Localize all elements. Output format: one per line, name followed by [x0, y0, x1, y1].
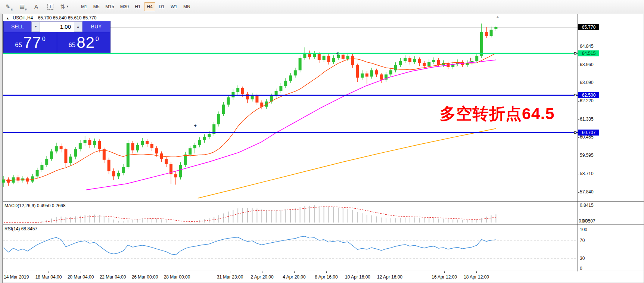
toolbar-separator	[75, 2, 75, 11]
price-axis-border	[578, 14, 578, 271]
timeframe-h1[interactable]: H1	[132, 2, 143, 11]
time-tick	[49, 271, 49, 273]
collapse-icon[interactable]: ▲	[6, 16, 9, 20]
time-tick	[262, 271, 262, 273]
buy-button[interactable]: BUY	[83, 21, 110, 32]
rsi-indicator-label: RSI(14) 68.8457	[4, 226, 37, 231]
volume-spinner: ▼ 1.00 ▲	[31, 21, 83, 32]
ask-price[interactable]: 65 82 0	[57, 32, 110, 53]
time-tick-label: 12 Apr 16:00	[377, 274, 402, 280]
line-handle[interactable]	[574, 131, 576, 134]
timeframe-m1[interactable]: M1	[78, 2, 90, 11]
price-tick	[578, 119, 579, 120]
time-tick-label: 8 Apr 16:00	[315, 274, 337, 280]
indicator-axis-label: 0.8415	[580, 203, 594, 208]
time-tick-label: 18 Mar 04:00	[35, 274, 62, 280]
bid-point: 0	[42, 36, 46, 43]
timeframe-d1[interactable]: D1	[156, 2, 167, 11]
time-tick	[81, 271, 81, 273]
ask-whole: 65	[68, 41, 75, 49]
timeframe-mn[interactable]: MN	[181, 2, 193, 11]
time-tick	[294, 271, 295, 273]
timeframe-m30[interactable]: M30	[118, 2, 131, 11]
time-tick	[444, 271, 445, 273]
symbol-timeframe: USOil-,H4	[13, 15, 33, 21]
timeframe-m5[interactable]: M5	[91, 2, 102, 11]
time-tick	[476, 271, 477, 273]
time-tick	[177, 271, 177, 273]
price-tick-label: 62.220	[580, 98, 594, 103]
time-tick	[113, 271, 113, 273]
price-tick	[578, 137, 579, 138]
indicator-axis-label: 70	[580, 238, 585, 243]
arrows-icon[interactable]: ⇅▼	[58, 1, 71, 12]
ask-pips: 82	[77, 34, 95, 52]
sell-button[interactable]: SELL	[4, 21, 31, 32]
price-tick	[578, 192, 579, 193]
time-tick-label: 20 Mar 04:00	[68, 274, 94, 280]
time-tick-label: 2 Apr 20:00	[251, 274, 273, 280]
fibo-grid-icon[interactable]: ▤F	[16, 1, 28, 12]
arrow-object-marker[interactable]: ↑	[456, 62, 458, 68]
price-tick	[578, 47, 579, 47]
price-tick-label: 61.335	[580, 116, 594, 122]
price-tick-label: 63.960	[580, 62, 594, 67]
macd-panel-divider[interactable]	[3, 201, 644, 202]
price-level-badge: 65.770	[578, 24, 599, 30]
rsi-panel-divider[interactable]	[3, 224, 644, 225]
volume-input[interactable]: 1.00	[40, 22, 74, 32]
time-tick	[358, 271, 358, 273]
arrow-object-marker[interactable]: +	[194, 123, 197, 128]
price-tick-label: 64.845	[580, 44, 594, 49]
time-tick	[145, 271, 145, 273]
time-tick	[390, 271, 390, 273]
time-tick-label: 31 Mar 23:00	[217, 274, 243, 280]
indicator-axis-label: 0	[580, 266, 582, 271]
text-annotation[interactable]: 多空转折点64.5	[440, 103, 555, 125]
price-tick-label: 63.090	[580, 80, 594, 85]
volume-down-icon[interactable]: ▼	[32, 22, 40, 32]
text-label-icon[interactable]: T	[44, 1, 57, 12]
arrow-object-marker[interactable]: ⊥	[469, 57, 473, 62]
time-tick-label: 10 Apr 16:00	[345, 274, 370, 280]
ohlc-values: 65.700 65.840 65.610 65.770	[38, 15, 97, 21]
volume-up-icon[interactable]: ▲	[74, 22, 82, 32]
line-studies-icon[interactable]: ✎E	[1, 1, 14, 12]
timeframe-h4[interactable]: H4	[144, 2, 155, 11]
time-tick	[326, 271, 327, 273]
time-tick-label: 28 Mar 00:00	[164, 274, 190, 280]
line-handle[interactable]	[574, 52, 576, 55]
chart-window	[3, 14, 644, 283]
price-tick-label: 57.840	[580, 189, 594, 195]
price-tick-label: 58.710	[580, 171, 594, 176]
ask-point: 0	[96, 36, 99, 43]
text-icon[interactable]: A	[30, 1, 43, 12]
one-click-trading-panel: SELL ▼ 1.00 ▲ BUY 65 77 0 65 82 0	[3, 21, 111, 53]
time-tick-label: 16 Apr 12:00	[432, 274, 457, 280]
price-level-badge: 62.500	[578, 92, 599, 98]
bid-whole: 65	[15, 41, 22, 49]
price-level-badge: 60.707	[578, 130, 599, 136]
price-tick	[578, 101, 579, 102]
indicator-axis-label: 30	[580, 256, 585, 261]
chart-title: ▲ USOil-,H4 65.700 65.840 65.610 65.770	[6, 15, 96, 21]
window-left-edge	[0, 14, 3, 283]
price-tick	[578, 65, 579, 65]
toolbar: ✎E▤FAT⇅▼ M1M5M15M30H1H4D1W1MN	[0, 0, 644, 13]
line-handle[interactable]	[574, 94, 576, 96]
macd-indicator-label: MACD(12,26,9) 0.4950 0.2668	[4, 203, 65, 208]
timeframe-group: M1M5M15M30H1H4D1W1MN	[78, 2, 193, 11]
chart-shift-icon[interactable]: ▲	[496, 15, 500, 19]
bid-price[interactable]: 65 77 0	[4, 32, 57, 53]
time-tick-label: 18 Apr 12:00	[464, 274, 489, 280]
timeframe-w1[interactable]: W1	[168, 2, 180, 11]
arrow-object-marker[interactable]: †	[336, 51, 338, 57]
time-axis[interactable]: 14 Mar 201918 Mar 04:0020 Mar 04:0022 Ma…	[3, 271, 578, 283]
price-tick	[578, 174, 579, 174]
time-tick-label: 22 Mar 04:00	[100, 274, 126, 280]
indicator-axis-label: 0.0507	[582, 218, 595, 224]
time-tick-label: 26 Mar 00:00	[132, 274, 158, 280]
timeframe-m15[interactable]: M15	[103, 2, 116, 11]
mt4-window: ✎E▤FAT⇅▼ M1M5M15M30H1H4D1W1MN ▲ USOil-,H…	[0, 0, 644, 283]
time-tick	[6, 271, 6, 273]
